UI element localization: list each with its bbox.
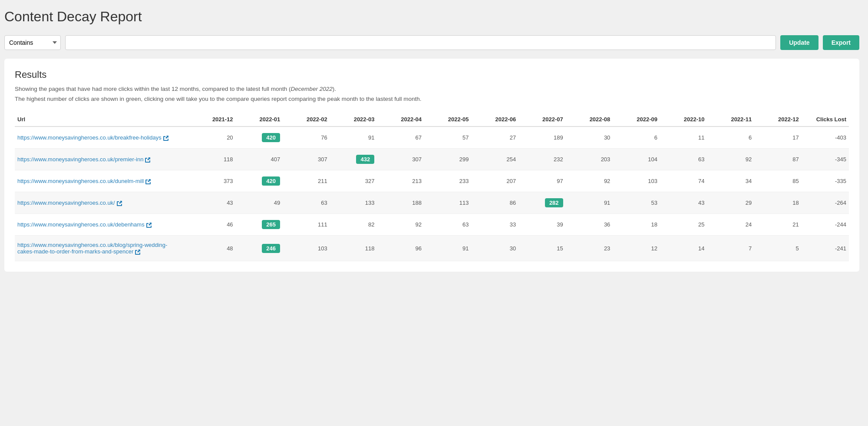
peak-badge[interactable]: 420 <box>262 133 280 142</box>
data-cell: 233 <box>424 170 472 192</box>
table-header-row: Url 2021-12 2022-01 2022-02 2022-03 2022… <box>15 113 849 126</box>
table-row: https://www.moneysavingheroes.co.uk/4349… <box>15 192 849 214</box>
data-cell: 36 <box>566 214 613 236</box>
url-link[interactable]: https://www.moneysavingheroes.co.uk/ <box>17 200 115 206</box>
url-link[interactable]: https://www.moneysavingheroes.co.uk/brea… <box>17 134 162 141</box>
url-cell: https://www.moneysavingheroes.co.uk/debe… <box>15 214 188 236</box>
clicks-lost-cell: -264 <box>802 192 849 214</box>
data-cell[interactable]: 265 <box>236 214 283 236</box>
data-cell[interactable]: 246 <box>236 236 283 261</box>
data-cell: 21 <box>754 214 802 236</box>
col-header-2022-03: 2022-03 <box>330 113 377 126</box>
results-title: Results <box>15 69 849 80</box>
data-cell: 63 <box>283 192 330 214</box>
data-cell: 111 <box>283 214 330 236</box>
data-cell: 188 <box>377 192 424 214</box>
table-row: https://www.moneysavingheroes.co.uk/debe… <box>15 214 849 236</box>
data-cell: 24 <box>707 214 755 236</box>
results-desc2: The highest number of clicks are shown i… <box>15 96 849 102</box>
data-cell: 74 <box>660 170 707 192</box>
data-cell: 12 <box>613 236 660 261</box>
page-title: Content Decay Report <box>4 9 859 25</box>
data-cell: 67 <box>377 126 424 149</box>
data-table: Url 2021-12 2022-01 2022-02 2022-03 2022… <box>15 113 849 261</box>
peak-badge[interactable]: 420 <box>262 176 280 186</box>
data-cell: 82 <box>330 214 377 236</box>
data-cell[interactable]: 282 <box>518 192 566 214</box>
data-cell: 30 <box>472 236 519 261</box>
data-cell: 113 <box>424 192 472 214</box>
col-header-2022-11: 2022-11 <box>707 113 755 126</box>
data-cell: 203 <box>566 149 613 170</box>
data-cell: 104 <box>613 149 660 170</box>
data-cell: 327 <box>330 170 377 192</box>
data-cell: 43 <box>188 192 236 214</box>
results-panel: Results Showing the pages that have had … <box>4 59 859 272</box>
data-cell: 92 <box>707 149 755 170</box>
col-header-2022-05: 2022-05 <box>424 113 472 126</box>
col-header-2022-08: 2022-08 <box>566 113 613 126</box>
data-cell: 87 <box>754 149 802 170</box>
url-link[interactable]: https://www.moneysavingheroes.co.uk/debe… <box>17 221 145 228</box>
table-row: https://www.moneysavingheroes.co.uk/prem… <box>15 149 849 170</box>
data-cell: 63 <box>660 149 707 170</box>
update-button[interactable]: Update <box>780 35 818 50</box>
url-cell: https://www.moneysavingheroes.co.uk/ <box>15 192 188 214</box>
col-header-url: Url <box>15 113 188 126</box>
clicks-lost-cell: -335 <box>802 170 849 192</box>
peak-badge[interactable]: 265 <box>262 220 280 229</box>
data-cell: 30 <box>566 126 613 149</box>
col-header-2022-12: 2022-12 <box>754 113 802 126</box>
export-button[interactable]: Export <box>823 35 859 50</box>
data-cell: 29 <box>707 192 755 214</box>
data-cell: 63 <box>424 214 472 236</box>
data-cell: 76 <box>283 126 330 149</box>
table-row: https://www.moneysavingheroes.co.uk/blog… <box>15 236 849 261</box>
filter-type-select[interactable]: ContainsStarts withEnds withEquals <box>4 35 61 50</box>
results-desc1: Showing the pages that have had more cli… <box>15 86 849 92</box>
data-cell: 118 <box>330 236 377 261</box>
data-cell: 34 <box>707 170 755 192</box>
clicks-lost-cell: -403 <box>802 126 849 149</box>
col-header-2022-07: 2022-07 <box>518 113 566 126</box>
data-cell: 307 <box>377 149 424 170</box>
data-cell: 18 <box>754 192 802 214</box>
external-link-icon <box>163 136 168 141</box>
url-link[interactable]: https://www.moneysavingheroes.co.uk/dune… <box>17 178 144 184</box>
data-cell: 254 <box>472 149 519 170</box>
url-link[interactable]: https://www.moneysavingheroes.co.uk/blog… <box>17 242 167 255</box>
external-link-icon <box>117 201 122 206</box>
col-header-2022-04: 2022-04 <box>377 113 424 126</box>
data-cell: 96 <box>377 236 424 261</box>
col-header-2022-01: 2022-01 <box>236 113 283 126</box>
peak-badge[interactable]: 246 <box>262 244 280 253</box>
url-link[interactable]: https://www.moneysavingheroes.co.uk/prem… <box>17 156 143 163</box>
external-link-icon <box>145 179 151 184</box>
col-header-2022-02: 2022-02 <box>283 113 330 126</box>
data-cell: 133 <box>330 192 377 214</box>
data-cell[interactable]: 420 <box>236 126 283 149</box>
data-cell[interactable]: 420 <box>236 170 283 192</box>
external-link-icon <box>135 250 140 255</box>
data-cell: 85 <box>754 170 802 192</box>
peak-badge[interactable]: 282 <box>545 198 563 207</box>
clicks-lost-cell: -241 <box>802 236 849 261</box>
data-cell: 7 <box>707 236 755 261</box>
data-cell: 49 <box>236 192 283 214</box>
data-cell: 103 <box>283 236 330 261</box>
peak-badge[interactable]: 432 <box>356 155 374 164</box>
data-cell: 57 <box>424 126 472 149</box>
data-cell: 86 <box>472 192 519 214</box>
data-cell: 189 <box>518 126 566 149</box>
data-cell: 97 <box>518 170 566 192</box>
data-cell: 407 <box>236 149 283 170</box>
data-cell: 232 <box>518 149 566 170</box>
data-cell: 48 <box>188 236 236 261</box>
data-cell: 91 <box>566 192 613 214</box>
col-header-2021-12: 2021-12 <box>188 113 236 126</box>
data-cell: 207 <box>472 170 519 192</box>
filter-input[interactable] <box>65 35 776 50</box>
data-cell: 43 <box>660 192 707 214</box>
url-cell: https://www.moneysavingheroes.co.uk/blog… <box>15 236 188 261</box>
data-cell[interactable]: 432 <box>330 149 377 170</box>
